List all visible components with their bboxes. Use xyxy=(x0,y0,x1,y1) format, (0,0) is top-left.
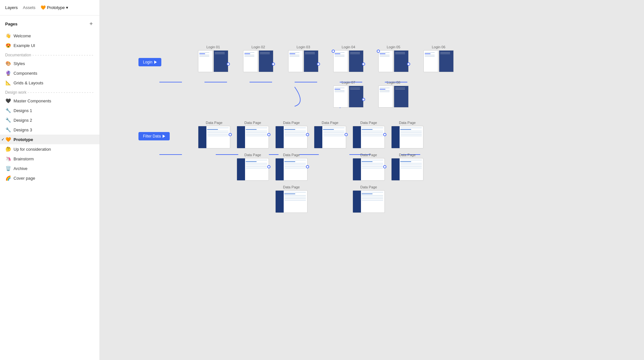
page-item-designs2[interactable]: 🔧 Designs 2 xyxy=(0,115,99,125)
login01-frames xyxy=(198,50,228,72)
login07-connector xyxy=(362,98,365,101)
page-label-prototype: Prototype xyxy=(14,137,33,142)
login01-connector xyxy=(227,62,230,66)
dp03-connector xyxy=(306,133,309,136)
page-item-styles[interactable]: 🎨 Styles xyxy=(0,59,99,68)
page-item-cover[interactable]: 🌈 Cover page xyxy=(0,173,99,183)
login07-frames xyxy=(333,86,364,108)
add-page-button[interactable]: + xyxy=(88,21,94,27)
login08-frame-b xyxy=(394,86,409,108)
page-label-master-components: Master Components xyxy=(14,99,51,103)
dp02-connector xyxy=(267,133,270,136)
login04-frame-a xyxy=(333,50,348,72)
section-divider-design-work: Design work xyxy=(0,88,99,96)
dp06-frame xyxy=(391,126,423,148)
dp10-label: Data Page xyxy=(391,153,423,157)
dp06-label: Data Page xyxy=(391,121,423,125)
designs2-icon: 🔧 xyxy=(5,118,11,123)
page-item-components[interactable]: 🔮 Components xyxy=(0,68,99,78)
page-item-example-ui[interactable]: 😍 Example UI xyxy=(0,41,99,50)
welcome-icon: 👋 xyxy=(5,33,11,38)
filter-play-icon xyxy=(163,135,165,138)
login05-frames xyxy=(378,50,409,72)
data-node-10: Data Page xyxy=(391,153,423,181)
login06-frame-a xyxy=(423,50,438,72)
login08-frames xyxy=(378,86,409,108)
page-item-grids[interactable]: 📐 Grids & Layouts xyxy=(0,78,99,88)
tab-layers[interactable]: Layers xyxy=(5,5,18,11)
active-check-icon: ✓ xyxy=(0,137,5,142)
data-node-01: Data Page xyxy=(198,121,230,148)
login02-connector xyxy=(272,62,275,66)
data-node-11: Data Page xyxy=(275,185,308,213)
page-item-welcome[interactable]: 👋 Welcome xyxy=(0,31,99,41)
login02-label: Login 02 xyxy=(243,45,273,49)
page-item-prototype[interactable]: ✓ 🧡 Prototype xyxy=(0,135,99,144)
login02-frame-b xyxy=(259,50,273,72)
dp04-connector xyxy=(345,133,348,136)
login02-frame-a xyxy=(243,50,258,72)
page-item-consideration[interactable]: 🤔 Up for consideration xyxy=(0,144,99,154)
data-node-09: Data Page xyxy=(353,153,385,181)
login07-frame-b xyxy=(349,86,364,108)
login01-frame-a xyxy=(198,50,213,72)
page-label-designs3: Designs 3 xyxy=(14,128,32,132)
page-label-designs1: Designs 1 xyxy=(14,108,32,113)
login05-frame-b xyxy=(394,50,409,72)
login03-frames xyxy=(288,50,318,72)
dp02-label: Data Page xyxy=(237,121,269,125)
login04-connector-bottom xyxy=(332,50,335,53)
login03-frame-a xyxy=(288,50,303,72)
tab-prototype[interactable]: 🧡 Prototype ▾ xyxy=(41,5,68,10)
login-start-area: Login xyxy=(138,58,161,66)
dp11-label: Data Page xyxy=(275,185,308,189)
dp10-frame xyxy=(391,158,423,181)
dp08-frame xyxy=(275,158,308,181)
login-node-07: Login 07 xyxy=(333,81,364,108)
page-item-master-components[interactable]: 🖤 Master Components xyxy=(0,96,99,106)
tab-assets[interactable]: Assets xyxy=(23,5,35,11)
data-node-06: Data Page xyxy=(391,121,423,148)
section-label-documentation: Documentation xyxy=(5,53,31,57)
dp07-label: Data Page xyxy=(237,153,269,157)
page-label-styles: Styles xyxy=(14,61,25,66)
login-node-05: Login 05 xyxy=(378,45,409,72)
dp12-frame xyxy=(353,190,385,213)
login01-frame-b xyxy=(213,50,228,72)
login06-frames xyxy=(423,50,454,72)
dp01-connector xyxy=(229,133,232,136)
data-node-07: Data Page xyxy=(237,153,269,181)
section-divider-documentation: Documentation xyxy=(0,50,99,59)
login05-connector-bottom xyxy=(377,50,380,53)
data-node-04: Data Page xyxy=(314,121,346,148)
dp04-label: Data Page xyxy=(314,121,346,125)
example-ui-icon: 😍 xyxy=(5,43,11,48)
page-item-brainstorm[interactable]: 🦄 Brainstorm xyxy=(0,154,99,164)
login05-label: Login 05 xyxy=(378,45,409,49)
filter-start-button[interactable]: Filter Data xyxy=(138,132,170,140)
dp09-frame xyxy=(353,158,385,181)
login08-label: Login 08 xyxy=(378,81,409,84)
section-label-design-work: Design work xyxy=(5,90,26,95)
chevron-down-icon: ▾ xyxy=(66,5,68,10)
login03-frame-b xyxy=(304,50,318,72)
login-node-01: Login 01 xyxy=(198,45,228,72)
data-node-03: Data Page xyxy=(275,121,308,148)
login04-frame-b xyxy=(349,50,364,72)
page-item-designs1[interactable]: 🔧 Designs 1 xyxy=(0,106,99,115)
main-canvas[interactable]: Login Login 01 Login 02 xyxy=(100,0,644,360)
dp05-label: Data Page xyxy=(353,121,385,125)
login04-frames xyxy=(333,50,364,72)
login05-frame-a xyxy=(378,50,393,72)
filter-start-area: Filter Data xyxy=(138,132,170,140)
login-node-02: Login 02 xyxy=(243,45,273,72)
login-start-button[interactable]: Login xyxy=(138,58,161,66)
cover-icon: 🌈 xyxy=(5,175,11,181)
page-item-archive[interactable]: 🗑️ Archive xyxy=(0,164,99,173)
sidebar: Layers Assets 🧡 Prototype ▾ Pages + 👋 We… xyxy=(0,0,100,360)
data-node-12: Data Page xyxy=(353,185,385,213)
pages-header: Pages + xyxy=(0,21,99,31)
filter-start-label: Filter Data xyxy=(143,134,161,138)
login04-connector-right xyxy=(362,62,365,66)
page-item-designs3[interactable]: 🔧 Designs 3 xyxy=(0,125,99,135)
